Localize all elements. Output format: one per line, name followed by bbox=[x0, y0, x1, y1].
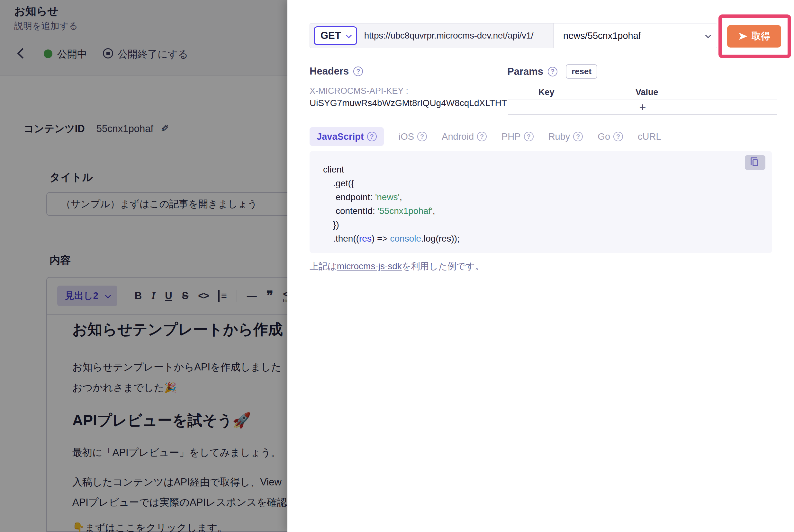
sdk-link[interactable]: microcms-js-sdk bbox=[337, 261, 402, 271]
params-table: Key Value + bbox=[508, 85, 777, 115]
help-icon[interactable] bbox=[613, 132, 623, 141]
code-line: }) bbox=[323, 218, 460, 232]
params-reset-button[interactable]: reset bbox=[566, 64, 597, 79]
help-icon[interactable] bbox=[548, 67, 557, 76]
code-line: .get({ bbox=[323, 176, 460, 190]
tab-go[interactable]: Go bbox=[597, 131, 623, 142]
tab-android[interactable]: Android bbox=[442, 131, 487, 142]
code-line: .then((res) => console.log(res)); bbox=[323, 232, 460, 245]
help-icon[interactable] bbox=[477, 132, 487, 141]
code-line: client bbox=[323, 163, 460, 176]
fetch-button-label: 取得 bbox=[752, 30, 770, 43]
code-lines: client .get({ endpoint: 'news', contentI… bbox=[323, 163, 460, 245]
copy-icon bbox=[753, 159, 758, 166]
request-bar: GET https://ubc8quvrpr.microcms-dev.net/… bbox=[310, 23, 717, 48]
api-key-label: X-MICROCMS-API-KEY : bbox=[310, 86, 408, 96]
code-snippet-block: client .get({ endpoint: 'news', contentI… bbox=[310, 151, 772, 253]
tab-javascript[interactable]: JavaScript bbox=[310, 127, 384, 146]
tab-ruby[interactable]: Ruby bbox=[549, 131, 583, 142]
tab-label: Go bbox=[597, 131, 610, 142]
copy-code-button[interactable] bbox=[745, 155, 765, 170]
code-line: contentId: '55cnx1pohaf', bbox=[323, 204, 460, 218]
chevron-down-icon bbox=[346, 32, 351, 38]
request-url-section: GET https://ubc8quvrpr.microcms-dev.net/… bbox=[310, 23, 553, 48]
help-icon[interactable] bbox=[573, 132, 583, 141]
api-preview-modal: GET https://ubc8quvrpr.microcms-dev.net/… bbox=[288, 0, 794, 532]
help-icon[interactable] bbox=[417, 132, 427, 141]
sdk-note-prefix: 上記は bbox=[310, 261, 337, 271]
params-value-header: Value bbox=[627, 85, 777, 100]
tab-label: JavaScript bbox=[317, 131, 364, 142]
method-select[interactable]: GET bbox=[314, 26, 357, 45]
language-tabs: JavaScriptiOSAndroidPHPRubyGocURL bbox=[310, 127, 661, 146]
tab-curl[interactable]: cURL bbox=[638, 131, 661, 142]
fetch-button[interactable]: 取得 bbox=[727, 25, 781, 48]
params-key-header: Key bbox=[530, 85, 627, 100]
headers-title: Headers bbox=[310, 65, 349, 77]
help-icon[interactable] bbox=[367, 132, 377, 141]
tab-php[interactable]: PHP bbox=[501, 131, 534, 142]
sdk-note-suffix: を利用した例です。 bbox=[402, 261, 484, 271]
chevron-down-icon bbox=[705, 32, 711, 38]
tab-label: Ruby bbox=[549, 131, 570, 142]
content-editor-pane: お知らせ 説明を追加する 公開中 公開終了にする コンテンツID55cnx1po… bbox=[0, 0, 288, 532]
help-icon[interactable] bbox=[353, 66, 363, 76]
modal-backdrop[interactable] bbox=[0, 0, 288, 532]
tab-label: iOS bbox=[399, 131, 414, 142]
endpoint-select[interactable]: news/55cnx1pohaf bbox=[553, 23, 717, 48]
headers-section-header: Headers bbox=[310, 65, 363, 77]
params-table-header: Key Value bbox=[508, 85, 777, 100]
base-url-text: https://ubc8quvrpr.microcms-dev.net/api/… bbox=[364, 31, 534, 41]
tab-ios[interactable]: iOS bbox=[399, 131, 427, 142]
params-add-row-button[interactable]: + bbox=[508, 100, 777, 114]
tab-label: PHP bbox=[501, 131, 521, 142]
help-icon[interactable] bbox=[524, 132, 534, 141]
endpoint-value: news/55cnx1pohaf bbox=[563, 31, 641, 41]
params-title: Params bbox=[507, 66, 543, 77]
code-line: endpoint: 'news', bbox=[323, 190, 460, 204]
api-key-value: UiSYG7muwRs4bWzGMt8rIQUg4W8cqLdXLTHT bbox=[310, 98, 507, 108]
params-section-header: Params reset bbox=[507, 64, 597, 79]
params-checkbox-column bbox=[508, 85, 530, 100]
tab-label: cURL bbox=[638, 131, 661, 142]
app-root: お知らせ 説明を追加する 公開中 公開終了にする コンテンツID55cnx1po… bbox=[0, 0, 794, 532]
method-label: GET bbox=[320, 30, 341, 41]
tab-label: Android bbox=[442, 131, 474, 142]
sdk-note: 上記はmicrocms-js-sdkを利用した例です。 bbox=[310, 260, 484, 272]
send-icon bbox=[738, 32, 748, 41]
